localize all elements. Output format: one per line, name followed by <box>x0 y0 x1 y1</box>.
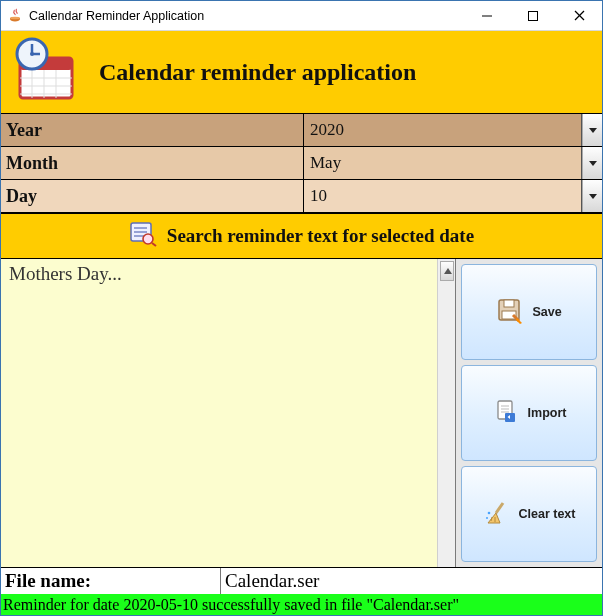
file-name-label: File name: <box>1 568 221 594</box>
svg-line-34 <box>496 503 503 513</box>
calendar-clock-icon <box>10 34 82 110</box>
svg-point-16 <box>30 52 34 56</box>
app-logo-box <box>1 31 91 113</box>
status-text: Reminder for date 2020-05-10 successfull… <box>3 596 459 614</box>
save-button[interactable]: Save <box>461 264 597 360</box>
svg-rect-2 <box>529 11 538 20</box>
svg-line-22 <box>152 243 156 246</box>
svg-point-0 <box>10 16 20 18</box>
month-value: May <box>304 147 582 179</box>
chevron-down-icon[interactable] <box>582 180 602 212</box>
reminder-text-pane <box>1 259 456 567</box>
day-value: 10 <box>304 180 582 212</box>
svg-line-3 <box>575 11 584 20</box>
status-bar: Reminder for date 2020-05-10 successfull… <box>1 594 602 615</box>
import-document-icon <box>492 398 520 429</box>
import-label: Import <box>528 406 567 420</box>
search-list-icon <box>129 221 157 252</box>
date-selector: Year 2020 Month May Day 10 <box>1 113 602 213</box>
day-combo[interactable]: 10 <box>304 180 602 212</box>
search-button[interactable]: Search reminder text for selected date <box>1 213 602 259</box>
chevron-down-icon[interactable] <box>582 114 602 146</box>
search-label: Search reminder text for selected date <box>167 225 474 247</box>
month-row: Month May <box>1 147 602 180</box>
svg-point-38 <box>486 517 488 519</box>
import-button[interactable]: Import <box>461 365 597 461</box>
window-titlebar: Callendar Reminder Application <box>1 1 602 31</box>
clear-text-button[interactable]: Clear text <box>461 466 597 562</box>
svg-point-21 <box>143 234 153 244</box>
day-label: Day <box>1 180 304 212</box>
close-button[interactable] <box>556 1 602 30</box>
app-header: Calendar reminder application <box>1 31 602 113</box>
clear-text-label: Clear text <box>519 507 576 521</box>
year-row: Year 2020 <box>1 114 602 147</box>
month-label: Month <box>1 147 304 179</box>
svg-marker-23 <box>444 268 452 274</box>
svg-point-37 <box>487 511 490 514</box>
scrollbar-up-button[interactable] <box>440 261 454 281</box>
year-combo[interactable]: 2020 <box>304 114 602 146</box>
day-row: Day 10 <box>1 180 602 213</box>
java-cup-icon <box>7 8 23 24</box>
reminder-textarea[interactable] <box>1 259 437 567</box>
svg-rect-25 <box>504 300 514 307</box>
year-label: Year <box>1 114 304 146</box>
chevron-down-icon[interactable] <box>582 147 602 179</box>
broom-clear-icon <box>483 499 511 530</box>
save-label: Save <box>532 305 561 319</box>
file-name-row: File name: <box>1 567 602 594</box>
month-combo[interactable]: May <box>304 147 602 179</box>
action-buttons-panel: Save Import <box>456 259 602 567</box>
window-title: Callendar Reminder Application <box>29 9 464 23</box>
file-name-field[interactable] <box>221 568 602 594</box>
maximize-button[interactable] <box>510 1 556 30</box>
year-value: 2020 <box>304 114 582 146</box>
minimize-button[interactable] <box>464 1 510 30</box>
vertical-scrollbar[interactable] <box>437 259 455 567</box>
svg-line-4 <box>575 11 584 20</box>
floppy-save-icon <box>496 297 524 328</box>
app-title: Calendar reminder application <box>91 59 416 86</box>
